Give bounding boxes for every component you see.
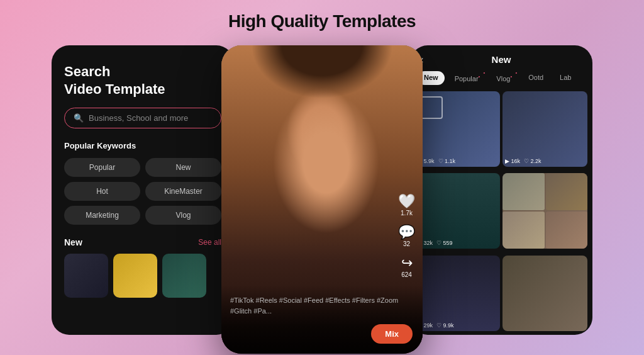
keyword-chip-vlog[interactable]: Vlog [145,206,221,225]
page-title: High Quality Templates [228,11,416,31]
thumbnail-row [64,254,221,298]
keyword-chip-new[interactable]: New [145,158,221,177]
keyword-chip-kinemaster[interactable]: KineMaster [145,182,221,201]
share-action[interactable]: ↪ 624 [401,256,413,278]
thumb-3[interactable] [162,254,206,298]
right-tabs: New Popular• Vlog• Ootd Lab [410,71,592,85]
right-grid: ▶ 5.9k ♡ 1.1k ▶ 16k ♡ 2.2k ▶ 32k ♡ 559 [410,91,592,335]
like-action[interactable]: 🤍 1.7k [398,194,415,217]
hair-overlay [221,45,423,215]
search-header: SearchVideo Template [64,63,221,98]
right-thumb-5[interactable]: ▶ 29k ♡ 9.9k [415,256,500,331]
right-thumb-6[interactable] [502,256,587,331]
right-header-title: New [492,54,511,65]
hashtags: #TikTok #Reels #Social #Feed #Effects #F… [230,295,414,316]
search-bar[interactable]: 🔍 Business, School and more [64,108,221,128]
tab-lab[interactable]: Lab [553,71,577,85]
center-actions: 🤍 1.7k 💬 32 ↪ 624 [398,194,415,278]
thumb-1-stats: ▶ 5.9k ♡ 1.1k [418,158,455,164]
right-thumb-4[interactable] [502,173,587,249]
thumb-1[interactable] [64,254,108,298]
tab-vlog[interactable]: Vlog• [490,71,518,85]
comment-action[interactable]: 💬 32 [398,225,415,247]
phone-left: SearchVideo Template 🔍 Business, School … [52,45,234,335]
share-icon: ↪ [401,256,413,270]
new-section-header: New See all [64,237,221,247]
heart-icon: 🤍 [398,194,415,208]
mix-button[interactable]: Mix [371,324,413,344]
search-placeholder: Business, School and more [89,113,188,123]
thumb-2-likes: ♡ 2.2k [524,158,541,164]
thumb-2[interactable] [113,254,157,298]
share-count: 624 [401,271,412,278]
thumb-2-stats: ▶ 16k ♡ 2.2k [505,158,541,164]
phone-center: 🤍 1.7k 💬 32 ↪ 624 #TikTok #Reels #Social… [221,45,423,354]
keyword-chip-marketing[interactable]: Marketing [64,206,140,225]
like-count: 1.7k [401,210,413,217]
thumb-1-likes: ♡ 1.1k [438,158,456,164]
right-header: ‹ New [410,45,592,71]
new-section-title: New [64,237,82,247]
search-icon: 🔍 [74,113,84,123]
see-all-link[interactable]: See all [198,238,221,247]
thumb-2-plays: ▶ 16k [505,158,520,164]
tab-ootd[interactable]: Ootd [522,71,550,85]
tab-popular[interactable]: Popular• [448,71,487,85]
right-thumb-2[interactable]: ▶ 16k ♡ 2.2k [502,91,587,167]
phones-container: SearchVideo Template 🔍 Business, School … [0,45,644,354]
keyword-chip-hot[interactable]: Hot [64,182,140,201]
keyword-chip-popular[interactable]: Popular [64,158,140,177]
comment-count: 32 [403,240,410,247]
thumb-3-stats: ▶ 32k ♡ 559 [418,240,453,246]
popular-keywords-title: Popular Keywords [64,141,221,150]
comment-icon: 💬 [398,225,415,239]
center-photo: 🤍 1.7k 💬 32 ↪ 624 #TikTok #Reels #Social… [221,45,423,354]
thumb-5-stats: ▶ 29k ♡ 9.9k [418,322,454,329]
right-thumb-3[interactable]: ▶ 32k ♡ 559 [415,173,500,249]
thumb-3-likes: ♡ 559 [436,240,453,246]
right-thumb-1[interactable]: ▶ 5.9k ♡ 1.1k [415,91,500,167]
thumb-5-likes: ♡ 9.9k [436,322,454,329]
keyword-grid: Popular New Hot KineMaster Marketing Vlo… [64,158,221,225]
phone-right: ‹ New New Popular• Vlog• Ootd Lab ▶ 5.9k… [410,45,592,335]
